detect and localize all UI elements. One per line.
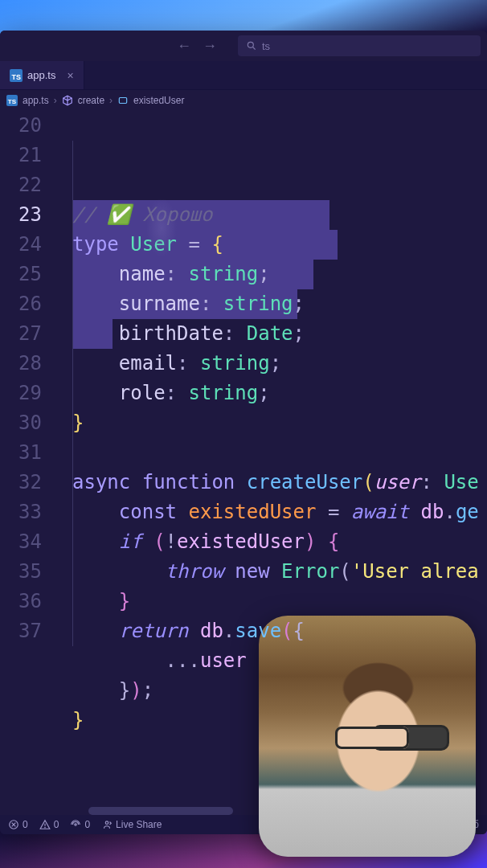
liveshare-icon xyxy=(101,819,113,830)
line-number: 27 xyxy=(0,319,42,349)
breadcrumb-symbol-2: existedUser xyxy=(133,95,184,106)
line-number: 26 xyxy=(0,289,42,319)
breadcrumb-file: app.ts xyxy=(23,95,49,106)
line-number: 35 xyxy=(0,557,42,587)
webcam-overlay xyxy=(259,616,476,857)
line-number: 37 xyxy=(0,616,42,646)
code-line[interactable]: throw new Error('User alrea xyxy=(56,557,487,587)
chevron-right-icon: › xyxy=(109,95,113,106)
svg-line-1 xyxy=(253,47,256,50)
chevron-right-icon: › xyxy=(54,95,57,106)
variable-icon xyxy=(117,95,129,106)
line-number: 20 xyxy=(0,111,42,141)
code-line[interactable]: if (!existedUser) { xyxy=(56,527,487,557)
tab-label: app.ts xyxy=(27,69,55,81)
svg-rect-2 xyxy=(119,98,126,104)
code-line[interactable]: const existedUser = await db.ge xyxy=(56,497,487,527)
line-number: 24 xyxy=(0,230,42,260)
warning-count: 0 xyxy=(54,819,59,830)
search-text: ts xyxy=(262,40,270,52)
svg-point-8 xyxy=(75,824,76,825)
status-broadcast[interactable]: 0 xyxy=(70,819,90,830)
svg-point-7 xyxy=(44,827,45,828)
nav-arrows: ← → xyxy=(177,38,217,55)
broadcast-count: 0 xyxy=(84,819,90,830)
line-number: 30 xyxy=(0,408,42,438)
line-number: 21 xyxy=(0,141,42,170)
typescript-icon: TS xyxy=(10,69,23,82)
line-number: 36 xyxy=(0,587,42,616)
scrollbar-thumb[interactable] xyxy=(88,807,233,815)
nav-back-icon[interactable]: ← xyxy=(177,38,191,55)
line-number: 22 xyxy=(0,170,42,200)
close-icon[interactable]: × xyxy=(67,69,73,82)
error-icon xyxy=(8,819,19,830)
typescript-icon: TS xyxy=(6,95,18,106)
liveshare-label: Live Share xyxy=(116,819,162,830)
tab-app-ts[interactable]: TS app.ts × xyxy=(0,61,84,89)
status-warnings[interactable]: 0 xyxy=(39,819,59,830)
broadcast-icon xyxy=(70,819,81,830)
code-line[interactable]: email: string; xyxy=(56,349,487,379)
titlebar: ← → ts xyxy=(0,31,487,61)
line-number: 25 xyxy=(0,260,42,289)
code-line[interactable]: async function createUser(user: Use xyxy=(56,468,487,497)
code-line[interactable]: name: string; xyxy=(56,260,487,289)
error-count: 0 xyxy=(23,819,28,830)
code-line[interactable]: surname: string; xyxy=(56,289,487,319)
line-number: 31 xyxy=(0,438,42,468)
line-number: 23 xyxy=(0,200,42,230)
line-number: 34 xyxy=(0,527,42,557)
tabs-row: TS app.ts × xyxy=(0,61,487,90)
code-line[interactable]: type User = { xyxy=(56,230,487,260)
nav-forward-icon[interactable]: → xyxy=(203,38,217,55)
line-number: 33 xyxy=(0,497,42,527)
code-line[interactable] xyxy=(56,438,487,468)
search-icon xyxy=(246,40,257,51)
breadcrumb[interactable]: TS app.ts › create › existedUser xyxy=(0,90,487,111)
line-number-gutter: 202122232425262728293031323334353637 xyxy=(0,111,56,815)
cube-icon xyxy=(62,95,73,106)
code-line[interactable]: birthDate: Date; xyxy=(56,319,487,349)
code-line[interactable]: } xyxy=(56,408,487,438)
status-liveshare[interactable]: Live Share xyxy=(101,819,162,830)
breadcrumb-symbol-1: create xyxy=(78,95,104,106)
line-number: 28 xyxy=(0,349,42,379)
warning-icon xyxy=(39,819,51,830)
code-line[interactable]: role: string; xyxy=(56,379,487,408)
code-line[interactable]: } xyxy=(56,587,487,616)
line-number: 29 xyxy=(0,379,42,408)
line-number: 32 xyxy=(0,468,42,497)
svg-point-9 xyxy=(105,821,108,824)
svg-point-0 xyxy=(248,42,253,47)
command-search-input[interactable]: ts xyxy=(238,35,481,56)
code-line[interactable]: // ✅ Хорошо xyxy=(56,200,487,230)
status-errors[interactable]: 0 xyxy=(8,819,28,830)
